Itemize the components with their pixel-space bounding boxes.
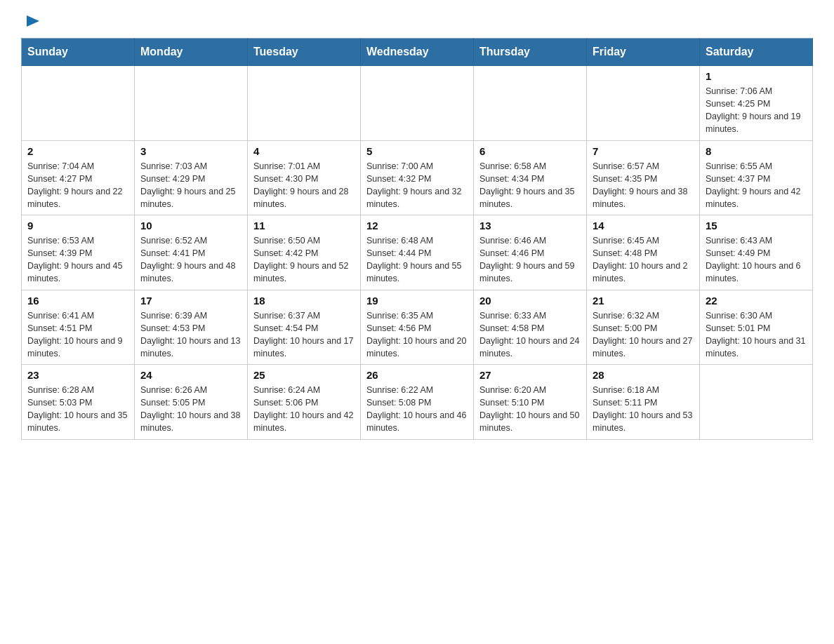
day-number: 20 (479, 295, 581, 307)
day-number: 11 (253, 220, 355, 232)
day-info: Sunrise: 7:00 AMSunset: 4:32 PMDaylight:… (366, 160, 468, 211)
table-row (474, 66, 587, 141)
calendar-week-row: 16Sunrise: 6:41 AMSunset: 4:51 PMDayligh… (22, 290, 813, 365)
day-number: 15 (706, 220, 807, 232)
table-row: 5Sunrise: 7:00 AMSunset: 4:32 PMDaylight… (361, 140, 474, 215)
day-number: 9 (27, 220, 128, 232)
day-number: 12 (366, 220, 468, 232)
table-row: 22Sunrise: 6:30 AMSunset: 5:01 PMDayligh… (700, 290, 813, 365)
day-number: 14 (593, 220, 694, 232)
day-number: 7 (593, 145, 694, 157)
day-info: Sunrise: 7:06 AMSunset: 4:25 PMDaylight:… (706, 85, 807, 136)
calendar-table: Sunday Monday Tuesday Wednesday Thursday… (21, 38, 813, 440)
table-row: 1Sunrise: 7:06 AMSunset: 4:25 PMDaylight… (700, 66, 813, 141)
day-number: 10 (140, 220, 241, 232)
day-info: Sunrise: 6:37 AMSunset: 4:54 PMDaylight:… (253, 309, 355, 361)
table-row: 20Sunrise: 6:33 AMSunset: 4:58 PMDayligh… (474, 290, 587, 365)
table-row: 15Sunrise: 6:43 AMSunset: 4:49 PMDayligh… (700, 215, 813, 290)
day-number: 17 (140, 295, 241, 307)
day-info: Sunrise: 6:26 AMSunset: 5:05 PMDaylight:… (140, 384, 241, 435)
day-info: Sunrise: 6:43 AMSunset: 4:49 PMDaylight:… (706, 234, 807, 286)
table-row: 18Sunrise: 6:37 AMSunset: 4:54 PMDayligh… (248, 290, 361, 365)
day-number: 26 (366, 369, 468, 381)
day-info: Sunrise: 7:03 AMSunset: 4:29 PMDaylight:… (140, 160, 241, 211)
col-sunday: Sunday (22, 39, 135, 66)
table-row: 27Sunrise: 6:20 AMSunset: 5:10 PMDayligh… (474, 365, 587, 440)
table-row: 9Sunrise: 6:53 AMSunset: 4:39 PMDaylight… (22, 215, 135, 290)
table-row: 24Sunrise: 6:26 AMSunset: 5:05 PMDayligh… (135, 365, 248, 440)
col-friday: Friday (587, 39, 700, 66)
table-row: 16Sunrise: 6:41 AMSunset: 4:51 PMDayligh… (22, 290, 135, 365)
table-row (587, 66, 700, 141)
day-info: Sunrise: 6:41 AMSunset: 4:51 PMDaylight:… (27, 309, 128, 361)
day-info: Sunrise: 6:46 AMSunset: 4:46 PMDaylight:… (479, 234, 581, 286)
table-row (22, 66, 135, 141)
day-info: Sunrise: 6:24 AMSunset: 5:06 PMDaylight:… (253, 384, 355, 435)
table-row: 2Sunrise: 7:04 AMSunset: 4:27 PMDaylight… (22, 140, 135, 215)
day-info: Sunrise: 6:50 AMSunset: 4:42 PMDaylight:… (253, 234, 355, 286)
table-row: 3Sunrise: 7:03 AMSunset: 4:29 PMDaylight… (135, 140, 248, 215)
day-info: Sunrise: 6:53 AMSunset: 4:39 PMDaylight:… (27, 234, 128, 286)
day-number: 4 (253, 145, 355, 157)
calendar-week-row: 23Sunrise: 6:28 AMSunset: 5:03 PMDayligh… (22, 365, 813, 440)
table-row: 17Sunrise: 6:39 AMSunset: 4:53 PMDayligh… (135, 290, 248, 365)
day-number: 22 (706, 295, 807, 307)
table-row: 6Sunrise: 6:58 AMSunset: 4:34 PMDaylight… (474, 140, 587, 215)
table-row (135, 66, 248, 141)
day-number: 16 (27, 295, 128, 307)
calendar-week-row: 2Sunrise: 7:04 AMSunset: 4:27 PMDaylight… (22, 140, 813, 215)
table-row: 21Sunrise: 6:32 AMSunset: 5:00 PMDayligh… (587, 290, 700, 365)
day-info: Sunrise: 7:01 AMSunset: 4:30 PMDaylight:… (253, 160, 355, 211)
table-row: 12Sunrise: 6:48 AMSunset: 4:44 PMDayligh… (361, 215, 474, 290)
day-number: 21 (593, 295, 694, 307)
day-number: 6 (479, 145, 581, 157)
day-number: 2 (27, 145, 128, 157)
day-info: Sunrise: 6:32 AMSunset: 5:00 PMDaylight:… (593, 309, 694, 361)
day-info: Sunrise: 6:18 AMSunset: 5:11 PMDaylight:… (593, 384, 694, 435)
day-info: Sunrise: 6:28 AMSunset: 5:03 PMDaylight:… (27, 384, 128, 435)
logo-flag-icon (25, 14, 41, 28)
day-info: Sunrise: 7:04 AMSunset: 4:27 PMDaylight:… (27, 160, 128, 211)
day-info: Sunrise: 6:39 AMSunset: 4:53 PMDaylight:… (140, 309, 241, 361)
day-info: Sunrise: 6:58 AMSunset: 4:34 PMDaylight:… (479, 160, 581, 211)
table-row: 10Sunrise: 6:52 AMSunset: 4:41 PMDayligh… (135, 215, 248, 290)
table-row: 7Sunrise: 6:57 AMSunset: 4:35 PMDaylight… (587, 140, 700, 215)
table-row (700, 365, 813, 440)
day-info: Sunrise: 6:48 AMSunset: 4:44 PMDaylight:… (366, 234, 468, 286)
day-number: 27 (479, 369, 581, 381)
col-monday: Monday (135, 39, 248, 66)
day-number: 3 (140, 145, 241, 157)
calendar-week-row: 9Sunrise: 6:53 AMSunset: 4:39 PMDaylight… (22, 215, 813, 290)
day-info: Sunrise: 6:22 AMSunset: 5:08 PMDaylight:… (366, 384, 468, 435)
table-row (248, 66, 361, 141)
table-row: 26Sunrise: 6:22 AMSunset: 5:08 PMDayligh… (361, 365, 474, 440)
day-info: Sunrise: 6:33 AMSunset: 4:58 PMDaylight:… (479, 309, 581, 361)
day-number: 23 (27, 369, 128, 381)
day-number: 19 (366, 295, 468, 307)
day-number: 5 (366, 145, 468, 157)
table-row: 19Sunrise: 6:35 AMSunset: 4:56 PMDayligh… (361, 290, 474, 365)
day-info: Sunrise: 6:20 AMSunset: 5:10 PMDaylight:… (479, 384, 581, 435)
table-row: 4Sunrise: 7:01 AMSunset: 4:30 PMDaylight… (248, 140, 361, 215)
day-info: Sunrise: 6:52 AMSunset: 4:41 PMDaylight:… (140, 234, 241, 286)
col-tuesday: Tuesday (248, 39, 361, 66)
logo (21, 14, 41, 25)
col-saturday: Saturday (700, 39, 813, 66)
svg-marker-0 (27, 15, 39, 27)
table-row: 28Sunrise: 6:18 AMSunset: 5:11 PMDayligh… (587, 365, 700, 440)
table-row: 25Sunrise: 6:24 AMSunset: 5:06 PMDayligh… (248, 365, 361, 440)
calendar-header-row: Sunday Monday Tuesday Wednesday Thursday… (22, 39, 813, 66)
page-header (21, 14, 813, 25)
table-row: 11Sunrise: 6:50 AMSunset: 4:42 PMDayligh… (248, 215, 361, 290)
day-number: 25 (253, 369, 355, 381)
day-info: Sunrise: 6:55 AMSunset: 4:37 PMDaylight:… (706, 160, 807, 211)
table-row: 8Sunrise: 6:55 AMSunset: 4:37 PMDaylight… (700, 140, 813, 215)
table-row: 23Sunrise: 6:28 AMSunset: 5:03 PMDayligh… (22, 365, 135, 440)
day-number: 24 (140, 369, 241, 381)
col-thursday: Thursday (474, 39, 587, 66)
day-number: 8 (706, 145, 807, 157)
table-row (361, 66, 474, 141)
day-number: 13 (479, 220, 581, 232)
day-info: Sunrise: 6:57 AMSunset: 4:35 PMDaylight:… (593, 160, 694, 211)
day-info: Sunrise: 6:35 AMSunset: 4:56 PMDaylight:… (366, 309, 468, 361)
